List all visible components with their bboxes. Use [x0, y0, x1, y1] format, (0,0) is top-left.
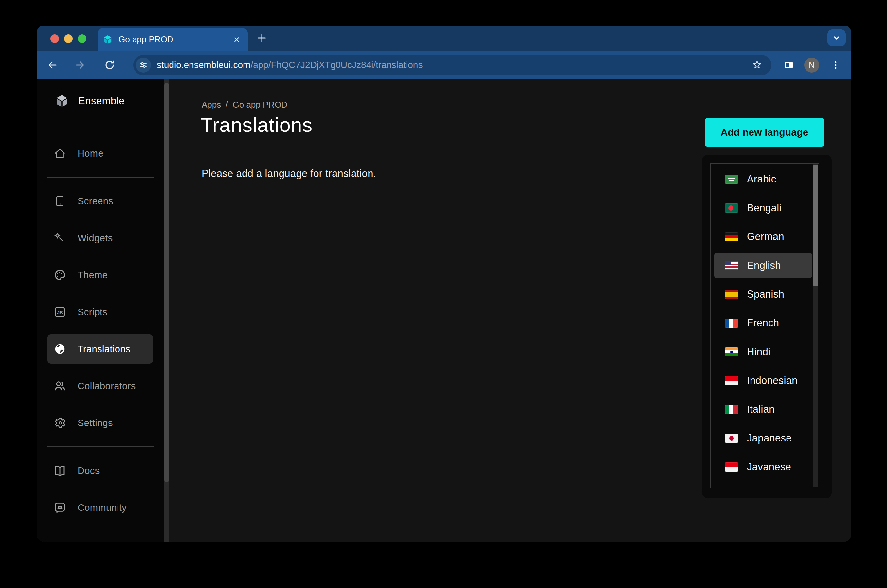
language-list: ArabicBengaliGermanEnglishSpanishFrenchH… [711, 164, 819, 488]
language-option-indonesian[interactable]: Indonesian [714, 368, 812, 393]
language-option-arabic[interactable]: Arabic [714, 166, 812, 192]
language-menu: ArabicBengaliGermanEnglishSpanishFrenchH… [702, 154, 832, 498]
flag-in-icon [725, 347, 738, 357]
window-minimize-button[interactable] [64, 34, 73, 43]
sidebar: Ensemble HomeScreensWidgetsThemeJSScript… [37, 80, 164, 542]
flag-sa-icon [725, 175, 738, 184]
sidebar-item-collaborators[interactable]: Collaborators [47, 371, 153, 400]
forward-button[interactable] [73, 58, 87, 72]
browser-menu-button[interactable] [828, 58, 843, 72]
breadcrumb-current: Go app PROD [233, 100, 288, 110]
sidebar-item-theme[interactable]: Theme [47, 260, 153, 290]
bookmark-button[interactable] [750, 58, 764, 72]
flag-jp-icon [725, 434, 738, 443]
url-path: /app/FhQC7J2DjXTg0UcJz84i/translations [250, 60, 422, 70]
sidebar-scrollbar-thumb[interactable] [164, 83, 169, 482]
language-option-spanish[interactable]: Spanish [714, 282, 812, 307]
browser-toolbar: studio.ensembleui.com/app/FhQC7J2DjXTg0U… [37, 51, 851, 80]
language-option-javanese[interactable]: Javanese [714, 454, 812, 480]
sidebar-divider [47, 446, 154, 447]
breadcrumb: Apps / Go app PROD [201, 100, 287, 110]
brand[interactable]: Ensemble [55, 94, 125, 108]
screens-icon [53, 195, 66, 208]
window-close-button[interactable] [50, 34, 59, 43]
reload-icon [104, 59, 116, 71]
flag-id-icon [725, 462, 738, 472]
sidebar-item-home[interactable]: Home [47, 139, 153, 168]
desktop-background: Go app PROD [0, 0, 887, 588]
address-bar[interactable]: studio.ensembleui.com/app/FhQC7J2DjXTg0U… [133, 55, 771, 75]
language-option-bengali[interactable]: Bengali [714, 195, 812, 221]
flag-bd-icon [725, 203, 738, 213]
sidebar-item-widgets[interactable]: Widgets [47, 224, 153, 253]
flag-de-icon [725, 232, 738, 242]
main-content: Apps / Go app PROD Translations Please a… [169, 80, 851, 542]
sidebar-item-docs[interactable]: Docs [47, 456, 153, 485]
window-controls [50, 34, 86, 43]
docs-icon [53, 464, 66, 477]
language-menu-list-container: ArabicBengaliGermanEnglishSpanishFrenchH… [710, 163, 819, 488]
kebab-menu-icon [831, 60, 840, 70]
profile-avatar[interactable]: N [804, 57, 819, 73]
ensemble-logo-icon [55, 94, 69, 108]
window-zoom-button[interactable] [78, 34, 86, 43]
url-domain: studio.ensembleui.com [157, 60, 250, 70]
avatar-initial: N [809, 60, 815, 70]
sidebar-item-community[interactable]: Community [47, 493, 153, 522]
language-option-english[interactable]: English [714, 253, 812, 278]
sidebar-divider [47, 177, 154, 178]
browser-window: Go app PROD [37, 26, 851, 542]
collaborators-icon [53, 380, 66, 392]
forward-arrow-icon [74, 59, 86, 71]
add-new-language-button[interactable]: Add new language [705, 118, 824, 147]
chevron-down-icon [832, 33, 842, 43]
app-content: Ensemble HomeScreensWidgetsThemeJSScript… [37, 80, 851, 542]
translations-icon [53, 342, 66, 356]
svg-text:JS: JS [57, 310, 63, 315]
new-tab-button[interactable] [254, 30, 270, 46]
flag-fr-icon [725, 318, 738, 328]
widgets-icon [53, 231, 66, 244]
close-icon [232, 35, 241, 44]
flag-es-icon [725, 290, 738, 299]
scripts-icon: JS [53, 306, 66, 318]
brand-label: Ensemble [78, 95, 125, 107]
back-arrow-icon [47, 59, 58, 71]
language-option-german[interactable]: German [714, 224, 812, 249]
tab-close-button[interactable] [231, 34, 242, 45]
sidebar-item-settings[interactable]: Settings [47, 408, 153, 438]
tab-search-button[interactable] [827, 29, 846, 46]
language-option-italian[interactable]: Italian [714, 397, 812, 422]
ensemble-favicon-icon [102, 34, 113, 45]
back-button[interactable] [45, 58, 60, 72]
side-panel-button[interactable] [782, 58, 796, 72]
settings-icon [53, 416, 66, 429]
language-menu-scrollbar-thumb[interactable] [813, 165, 818, 286]
language-option-hindi[interactable]: Hindi [714, 339, 812, 364]
reload-button[interactable] [102, 58, 117, 72]
browser-tab[interactable]: Go app PROD [98, 28, 248, 51]
tab-strip: Go app PROD [37, 26, 851, 51]
community-icon [53, 501, 66, 514]
sidebar-item-screens[interactable]: Screens [47, 186, 153, 216]
breadcrumb-separator: / [226, 100, 228, 110]
star-icon [752, 60, 763, 70]
sidebar-item-scripts[interactable]: JSScripts [47, 297, 153, 327]
flag-us-icon [725, 261, 738, 270]
sidebar-nav: HomeScreensWidgetsThemeJSScriptsTranslat… [37, 139, 164, 522]
url-text: studio.ensembleui.com/app/FhQC7J2DjXTg0U… [157, 60, 422, 70]
sidebar-item-translations[interactable]: Translations [47, 334, 153, 364]
tab-title: Go app PROD [119, 34, 173, 45]
home-icon [53, 147, 66, 160]
sidebar-scrollbar[interactable] [164, 80, 169, 542]
page-title: Translations [201, 114, 313, 136]
flag-it-icon [725, 405, 738, 414]
language-menu-scrollbar[interactable] [813, 164, 818, 487]
language-option-french[interactable]: French [714, 310, 812, 336]
tune-icon [139, 60, 148, 70]
breadcrumb-apps-link[interactable]: Apps [201, 100, 221, 110]
site-settings-button[interactable] [136, 57, 151, 73]
language-option-japanese[interactable]: Japanese [714, 426, 812, 451]
plus-icon [256, 32, 268, 44]
flag-id-icon [725, 376, 738, 385]
